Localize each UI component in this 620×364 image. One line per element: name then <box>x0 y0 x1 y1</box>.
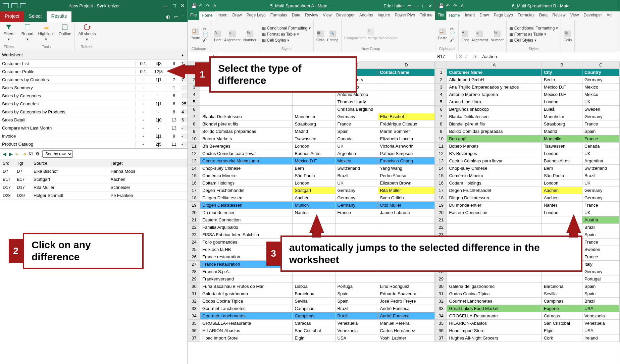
table-row[interactable]: 21Austria <box>435 216 620 224</box>
table-row[interactable]: 15Comércio MineiroSão PauloBrazilPedro A… <box>188 172 435 179</box>
worksheet-row[interactable]: Customer Profile0|112|827- <box>0 68 188 76</box>
paste-button[interactable]: 📋Paste <box>191 29 200 40</box>
alignment-group[interactable]: ≡Alignment <box>224 31 241 42</box>
table-row[interactable]: 10Bon app'MarseilleFrance <box>435 135 620 143</box>
worksheet-row[interactable]: Product Catalog-2|511- <box>0 140 188 148</box>
tab-formulas[interactable]: Formulas <box>268 11 290 20</box>
layout-icon-2[interactable] <box>11 3 17 8</box>
table-row[interactable]: 14Chop-suey ChineseBernSwitzerland <box>435 165 620 172</box>
table-row[interactable]: 13Cactus Comidas para llevarBuenos Aires… <box>435 157 620 165</box>
paste-button[interactable]: 📋Paste <box>438 29 447 40</box>
tab-page-layo[interactable]: Page Layo <box>244 11 268 20</box>
tab-ad[interactable]: Ad <box>604 11 614 20</box>
tab-project[interactable]: Project <box>0 11 24 22</box>
undo-icon[interactable]: ↶ <box>199 3 203 8</box>
tab-insert[interactable]: Insert <box>462 11 477 20</box>
cells-group[interactable]: ▦Cells <box>316 31 324 42</box>
save-icon[interactable]: 💾 <box>191 3 196 8</box>
formula-value-b[interactable]: Aachen <box>480 54 620 59</box>
table-row[interactable]: 8Blondel père et filsStrasbourgFranceFré… <box>188 120 435 128</box>
minimize-icon[interactable]: — <box>163 3 168 9</box>
table-row[interactable]: 36Hoac Import StoreElginUSA <box>435 327 620 334</box>
ribbon-options-icon[interactable]: ▭ <box>407 3 411 8</box>
tab-draw[interactable]: Draw <box>230 11 244 20</box>
table-row[interactable]: 35HILARIÓN-AbastosSan CristóbalVenezuela <box>435 320 620 327</box>
table-row[interactable]: 6Berglunds snabbköpLuleåSweden <box>435 106 620 113</box>
report-button[interactable]: Report▾ <box>21 23 34 42</box>
format-table-button[interactable]: ▦ Format as Table ▾ <box>262 31 310 37</box>
table-row[interactable]: 32Godos Cocina TípicaSevillaSpainJosé Pe… <box>188 298 435 305</box>
format-table-button[interactable]: ▦ Format as Table ▾ <box>509 31 558 37</box>
prev-diff-icon[interactable]: ◀ <box>3 151 6 157</box>
table-row[interactable]: 11Botero MarketsTsawassenCanada <box>435 143 620 150</box>
table-row[interactable]: 30Furia Bacalhau e Frutos do MarLisboaPo… <box>188 283 435 290</box>
table-row[interactable]: 14Chop-suey ChineseBernSwitzerlandYang W… <box>188 165 435 172</box>
table-row[interactable]: 36HILARIÓN-AbastosSan CristóbalVenezuela… <box>188 327 435 334</box>
table-row[interactable]: 19Dittgen DelikatessenMunichGermanyOtto … <box>188 202 435 209</box>
diff-row[interactable]: B17B17StuttgartAachen <box>0 175 188 184</box>
table-row[interactable]: 12Cactus Comidas para llevarBuenos Aires… <box>188 150 435 157</box>
collapse-icon[interactable]: ˆ <box>183 14 184 19</box>
worksheet-row[interactable]: Sales by Categories by Products--84 <box>0 108 188 116</box>
tab-draw[interactable]: Draw <box>477 11 492 20</box>
redo-icon[interactable]: ↷ <box>206 3 211 8</box>
tab-view[interactable]: View <box>321 11 334 20</box>
table-row[interactable]: 20Eastern ConnectionLondonUK <box>435 209 620 216</box>
table-row[interactable]: 35GROSELLA-RestauranteCaracasVenezuelaMa… <box>188 320 435 327</box>
table-row[interactable]: 17Degen FrüchtehandelAachenGermany <box>435 187 620 194</box>
tab-add-ins[interactable]: Add-ins <box>357 11 375 20</box>
table-row[interactable]: 29Frankenversand <box>188 275 435 283</box>
name-box-b[interactable]: B17 <box>435 54 457 59</box>
window-icon[interactable]: ▭ <box>174 14 178 19</box>
table-row[interactable]: 10Botero MarketsTsawassenCanadaElizabeth… <box>188 135 435 143</box>
worksheet-row[interactable]: Customer List0|14|391 <box>0 60 188 68</box>
allsheets-button[interactable]: All sheets▾ <box>78 23 96 42</box>
table-row[interactable]: 7Blanka DelikatessenMannheimGermanyElke … <box>188 113 435 120</box>
table-row[interactable]: 16Cottam HoldingsLondonUKElizabeth Brown <box>188 179 435 187</box>
worksheet-row[interactable]: Invoice-1|19- <box>0 132 188 140</box>
table-row[interactable]: 5Around the HornLondonUK <box>435 98 620 106</box>
tab-insert[interactable]: Insert <box>215 11 230 20</box>
table-row[interactable]: 15Comércio MineiroSão PauloBrazil <box>435 172 620 179</box>
table-row[interactable]: 8Blondel père et filsStrasbourgFrance <box>435 120 620 128</box>
tab-developer[interactable]: Developer <box>581 11 604 20</box>
worksheet-row[interactable]: Sales by Categories--6- <box>0 92 188 100</box>
editing-group[interactable]: 🔍Editing <box>327 31 339 42</box>
fx-icon[interactable]: fx <box>470 54 480 59</box>
table-row[interactable]: 32Gourmet LanchonetesCampinasBrazil <box>435 298 620 305</box>
tab-tell-me[interactable]: Tell me <box>417 11 435 20</box>
tab-data[interactable]: Data <box>290 11 303 20</box>
table-row[interactable]: 9Bólido Comidas preparadasMadridSpainMar… <box>188 128 435 135</box>
undo-icon[interactable]: ↶ <box>446 3 451 8</box>
table-row[interactable]: 29Portugal <box>435 275 620 283</box>
tab-view[interactable]: View <box>568 11 581 20</box>
cell-styles-button[interactable]: ▦ Cell Styles ▾ <box>262 37 310 43</box>
tab-data[interactable]: Data <box>537 11 550 20</box>
gear-icon[interactable]: ⚙ <box>36 151 40 156</box>
tab-file[interactable]: File <box>435 11 446 20</box>
diff-row[interactable]: D7D7Elke BischofHanna Moos <box>0 167 188 175</box>
options-icon[interactable]: ☑ <box>29 151 33 156</box>
table-row[interactable]: 11B's BeveragesLondonUKVictoria Ashworth <box>188 143 435 150</box>
sheet-a-grid[interactable]: CD1ryContact Name2Maria Anders3Ana Truji… <box>188 61 435 342</box>
tab-home[interactable]: Home <box>199 11 215 20</box>
font-group[interactable]: AFont <box>214 31 221 42</box>
table-row[interactable]: 34GROSELLA-RestauranteCaracasVenezuela <box>435 312 620 320</box>
sync-right-icon[interactable]: ⇥ <box>22 151 26 157</box>
cond-format-button[interactable]: ▦ Conditional Formatting ▾ <box>262 25 310 31</box>
table-row[interactable]: 5Thomas Hardy <box>188 98 435 106</box>
help-icon[interactable]: ◐ <box>166 14 170 19</box>
worksheet-row[interactable]: Compare with Last Month--13- <box>0 124 188 132</box>
tab-page-layo[interactable]: Page Layo <box>492 11 515 20</box>
worksheet-row[interactable]: Sales by Countries-1|1625 <box>0 100 188 108</box>
redo-icon[interactable]: ↷ <box>453 3 458 8</box>
font-icon[interactable]: A <box>461 3 465 8</box>
table-row[interactable]: 22Brazil <box>435 224 620 231</box>
table-row[interactable]: 18Dittgen DelikatessenAachenGermany <box>435 194 620 202</box>
cell-styles-button[interactable]: ▦ Cell Styles ▾ <box>509 37 558 43</box>
tab-formulas[interactable]: Formulas <box>515 11 537 20</box>
tab-review[interactable]: Review <box>303 11 320 20</box>
table-row[interactable]: 33Great Lakes Food MarketEugeneUSA <box>435 305 620 312</box>
worksheet-row[interactable]: Sales Detail-1|0136 <box>0 116 188 124</box>
layout-icon-1[interactable] <box>3 3 9 8</box>
